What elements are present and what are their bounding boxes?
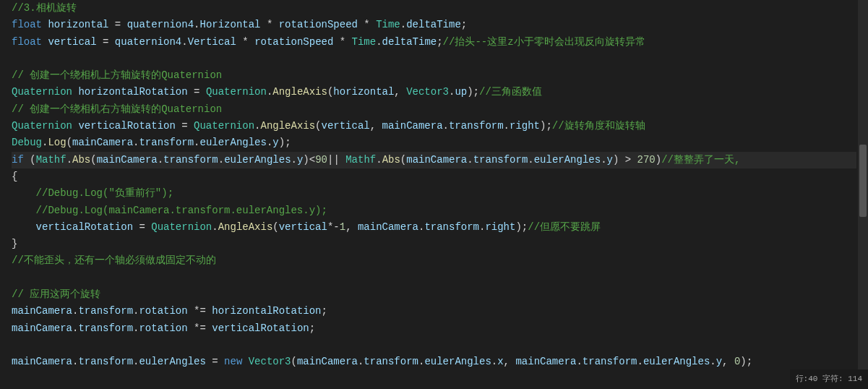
code-line[interactable]: Quaternion horizontalRotation = Quaterni… <box>12 84 856 101</box>
code-line[interactable]: //Debug.Log(mainCamera.transform.eulerAn… <box>12 202 856 219</box>
code-line[interactable]: //不能歪头，还有一个轴必须做成固定不动的 <box>12 252 856 269</box>
code-line[interactable]: //3.相机旋转 <box>12 0 856 17</box>
status-bar: 行:40 字符: 114 <box>790 369 868 389</box>
code-line[interactable]: if (Mathf.Abs(mainCamera.transform.euler… <box>12 152 856 168</box>
code-line[interactable]: // 应用这两个旋转 <box>12 286 856 303</box>
code-line[interactable]: // 创建一个绕相机上方轴旋转的Quaternion <box>12 67 856 84</box>
code-line[interactable]: verticalRotation = Quaternion.AngleAxis(… <box>12 219 856 236</box>
code-line[interactable] <box>12 270 856 286</box>
code-editor[interactable]: //3.相机旋转float horizontal = quaternion4.H… <box>0 0 868 389</box>
code-line[interactable]: Quaternion verticalRotation = Quaternion… <box>12 118 856 134</box>
scrollbar-thumb[interactable] <box>859 145 867 217</box>
code-line[interactable]: { <box>12 168 856 185</box>
code-line[interactable]: //Debug.Log("负重前行"); <box>12 185 856 202</box>
code-line[interactable]: mainCamera.transform.rotation *= vertica… <box>12 320 856 337</box>
vertical-scrollbar[interactable] <box>858 0 868 375</box>
code-line[interactable]: } <box>12 236 856 252</box>
code-line[interactable]: float horizontal = quaternion4.Horizonta… <box>12 17 856 33</box>
code-line[interactable] <box>12 51 856 67</box>
code-line[interactable]: // 创建一个绕相机右方轴旋转的Quaternion <box>12 101 856 118</box>
code-line[interactable]: Debug.Log(mainCamera.transform.eulerAngl… <box>12 134 856 151</box>
code-line[interactable]: mainCamera.transform.rotation *= horizon… <box>12 303 856 320</box>
code-line[interactable]: mainCamera.transform.eulerAngles = new V… <box>12 354 856 370</box>
code-line[interactable] <box>12 337 856 354</box>
code-line[interactable]: float vertical = quaternion4.Vertical * … <box>12 34 856 51</box>
